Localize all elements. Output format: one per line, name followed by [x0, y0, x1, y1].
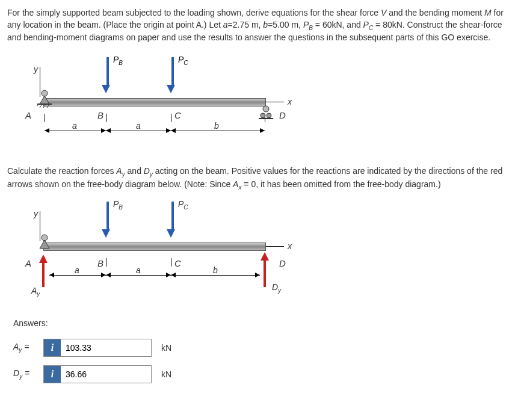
arrowhead-icon — [171, 128, 176, 133]
answer-input-dy[interactable] — [61, 366, 151, 383]
arrowhead-icon — [260, 128, 265, 133]
force-pc-arrow — [170, 202, 175, 238]
arrowhead-icon — [166, 273, 171, 277]
dim-a1-label: a — [72, 121, 77, 131]
pin-support-left — [37, 90, 52, 109]
force-pc-arrow — [170, 57, 175, 93]
unit-ay: kN — [161, 343, 171, 353]
dim-a1-line — [45, 131, 106, 131]
arrowhead-icon — [106, 273, 111, 277]
arrowhead-icon — [106, 128, 111, 133]
dim-b-line — [171, 131, 265, 131]
reaction-ay-arrow — [42, 255, 48, 287]
beam-body — [43, 242, 266, 251]
dim-tick — [265, 114, 265, 122]
force-pc-label: PC — [178, 199, 188, 211]
force-pb-label: PB — [113, 199, 123, 211]
point-c-label: C — [174, 258, 181, 268]
dim-tick — [106, 258, 106, 267]
arrowhead-icon — [171, 273, 176, 277]
point-a-label: A — [25, 258, 31, 268]
reaction-dy-arrow — [264, 252, 269, 287]
hint-icon[interactable]: i — [44, 339, 61, 356]
calculation-instruction: Calculate the reaction forces Ay and Dy … — [7, 165, 511, 192]
reaction-ay-label: Ay — [31, 286, 40, 297]
point-d-label: D — [279, 110, 286, 120]
beam-diagram-fbd: y PB PC Ay Dy x A B C D a a b — [19, 198, 296, 309]
answer-var-ay: Ay = — [13, 342, 37, 353]
point-d-label: D — [279, 258, 286, 268]
point-a-label: A — [25, 110, 31, 120]
arrowhead-icon — [49, 273, 54, 277]
x-axis-label: x — [288, 97, 292, 107]
arrowhead-icon — [255, 273, 260, 277]
problem-statement: For the simply supported beam subjected … — [7, 7, 511, 44]
force-pc-label: PC — [178, 55, 188, 66]
dim-a2-line — [106, 275, 171, 276]
dim-tick — [45, 114, 45, 122]
dim-tick — [106, 114, 106, 122]
beam-diagram-loaded: y PB PC x A B C D a a — [19, 54, 296, 156]
arrowhead-icon — [101, 128, 106, 133]
arrowhead-icon — [45, 128, 49, 133]
hint-icon[interactable]: i — [44, 366, 61, 383]
dim-a1-line — [49, 275, 106, 276]
dim-a2-label: a — [136, 265, 141, 275]
dim-b-label: b — [214, 121, 219, 131]
dim-tick — [171, 114, 171, 122]
roller-support-right — [259, 105, 273, 122]
answer-input-wrapper-ay: i — [43, 339, 152, 357]
arrowhead-icon — [101, 273, 106, 277]
answer-input-ay[interactable] — [61, 339, 151, 356]
answer-row-dy: Dy = i kN — [13, 365, 511, 383]
y-axis-label: y — [34, 64, 38, 74]
beam-body — [43, 98, 266, 107]
svg-point-6 — [263, 106, 269, 112]
unit-dy: kN — [161, 369, 171, 379]
dim-b-label: b — [213, 265, 218, 275]
point-b-label: B — [97, 110, 103, 120]
dim-a2-line — [106, 131, 171, 131]
answer-var-dy: Dy = — [13, 368, 37, 380]
dim-a1-label: a — [75, 265, 79, 275]
force-pb-arrow — [105, 202, 110, 238]
force-pb-arrow — [105, 57, 110, 93]
force-pb-label: PB — [113, 55, 123, 66]
pin-support-left — [37, 234, 52, 253]
y-axis-label: y — [34, 209, 38, 218]
x-axis-line — [266, 246, 284, 247]
reaction-dy-label: Dy — [272, 282, 281, 294]
point-c-label: C — [174, 110, 181, 120]
answer-input-wrapper-dy: i — [43, 365, 152, 383]
dim-a2-label: a — [136, 121, 141, 131]
x-axis-line — [266, 102, 284, 102]
answer-row-ay: Ay = i kN — [13, 339, 511, 357]
arrowhead-icon — [166, 128, 171, 133]
x-axis-label: x — [288, 241, 292, 251]
dim-tick — [171, 258, 171, 267]
point-b-label: B — [97, 258, 103, 268]
answers-heading: Answers: — [13, 318, 511, 328]
dim-b-line — [171, 275, 260, 276]
svg-point-8 — [267, 113, 271, 118]
